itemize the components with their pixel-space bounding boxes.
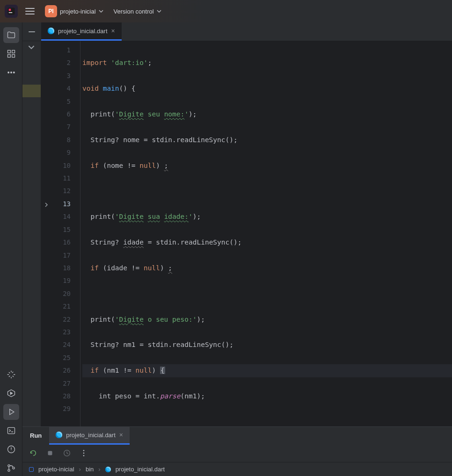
breadcrumb-item[interactable]: projeto-inicial <box>38 466 74 473</box>
rerun-button[interactable] <box>29 449 37 457</box>
collapse-gutter-button[interactable] <box>22 22 41 41</box>
stop-button[interactable] <box>46 449 54 457</box>
chevron-down-icon[interactable] <box>28 44 35 50</box>
dart-file-icon <box>48 28 54 34</box>
svg-rect-15 <box>48 451 52 455</box>
svg-point-14 <box>12 467 14 469</box>
svg-point-8 <box>10 72 12 73</box>
devtools-button[interactable] <box>3 367 19 382</box>
chevron-right-icon[interactable] <box>44 202 49 207</box>
chevron-down-icon <box>157 9 161 14</box>
app-icon <box>5 5 18 18</box>
svg-point-17 <box>83 450 85 452</box>
more-tool-button[interactable] <box>3 65 19 80</box>
svg-rect-2 <box>9 12 13 13</box>
project-name: projeto-inicial <box>60 8 96 15</box>
chevron-down-icon <box>99 9 103 14</box>
run-panel: Run projeto_inicial.dart × <box>22 426 452 462</box>
project-badge: PI <box>45 5 57 17</box>
svg-point-12 <box>7 465 9 467</box>
svg-rect-4 <box>12 50 15 53</box>
titlebar: PI projeto-inicial Version control <box>0 0 452 22</box>
code-area[interactable]: import 'dart:io'; void main() { print('D… <box>80 41 452 426</box>
editor[interactable]: 1 2 3 4 5 6 7 8 9 10 11 12 13 14 15 16 1… <box>22 41 452 426</box>
svg-point-7 <box>7 72 9 73</box>
run-tab[interactable]: projeto_inicial.dart × <box>49 427 130 445</box>
run-tool-button[interactable] <box>3 404 19 420</box>
run-panel-title: Run <box>22 427 49 445</box>
vcs-menu[interactable]: Version control <box>111 6 164 17</box>
history-button[interactable] <box>63 449 71 457</box>
breadcrumb: projeto-inicial › bin › projeto_inicial.… <box>22 462 452 476</box>
svg-rect-6 <box>12 55 15 58</box>
close-tab-icon[interactable]: × <box>111 27 115 35</box>
editor-left-strip <box>22 41 41 426</box>
svg-rect-5 <box>7 55 10 58</box>
project-selector[interactable]: PI projeto-inicial <box>42 3 106 19</box>
more-actions-button[interactable] <box>80 449 88 457</box>
line-number-gutter: 1 2 3 4 5 6 7 8 9 10 11 12 13 14 15 16 1… <box>41 41 80 426</box>
svg-rect-3 <box>7 50 10 53</box>
problems-tool-button[interactable] <box>3 441 19 457</box>
structure-tool-button[interactable] <box>3 46 19 62</box>
git-tool-button[interactable] <box>3 460 19 476</box>
terminal-tool-button[interactable] <box>3 423 19 439</box>
run-config-button[interactable] <box>3 385 19 401</box>
run-tab-label: projeto_inicial.dart <box>66 432 116 439</box>
main-menu-icon[interactable] <box>22 5 37 17</box>
vcs-label: Version control <box>114 8 154 15</box>
left-toolbar <box>0 22 22 476</box>
breadcrumb-item[interactable]: projeto_inicial.dart <box>116 466 165 473</box>
project-tool-button[interactable] <box>3 27 19 43</box>
close-tab-icon[interactable]: × <box>119 431 123 439</box>
svg-rect-10 <box>7 427 15 433</box>
editor-tabbar: projeto_inicial.dart × <box>22 22 452 41</box>
tab-filename: projeto_inicial.dart <box>58 28 108 35</box>
dart-file-icon <box>105 467 111 472</box>
svg-point-13 <box>7 469 9 471</box>
vcs-change-marker <box>22 85 41 97</box>
dart-file-icon <box>56 432 62 438</box>
run-toolbar <box>22 445 452 462</box>
editor-tab[interactable]: projeto_inicial.dart × <box>41 22 122 41</box>
svg-rect-1 <box>9 9 11 11</box>
module-icon <box>29 467 34 472</box>
svg-point-19 <box>83 455 85 456</box>
svg-point-9 <box>13 72 15 73</box>
breadcrumb-item[interactable]: bin <box>86 466 94 473</box>
svg-point-18 <box>83 453 85 454</box>
